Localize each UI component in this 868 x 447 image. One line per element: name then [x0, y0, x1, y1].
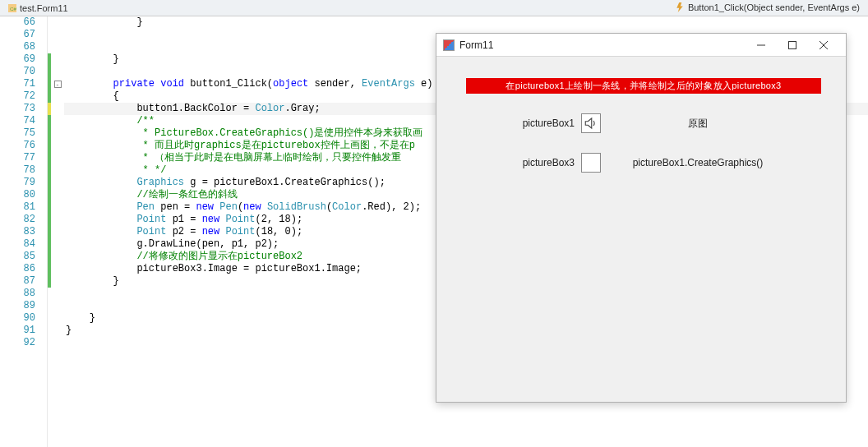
line-number: 92 [0, 337, 35, 349]
running-form-window[interactable]: Form11 在picturebox1上绘制一条线，并将绘制之后的对象放入pic… [436, 33, 847, 403]
line-number: 87 [0, 275, 35, 288]
picturebox3-label: pictureBox3 [507, 157, 575, 168]
line-number: 83 [0, 226, 35, 238]
document-tab[interactable]: C# test.Form11 [3, 2, 73, 15]
line-number-gutter: 6667686970717273747576777879808182838485… [0, 16, 48, 447]
method-selector-label: Button1_Click(Object sender, EventArgs e… [688, 2, 860, 12]
bolt-icon [675, 2, 685, 12]
line-number: 86 [0, 263, 35, 275]
line-number: 67 [0, 29, 35, 41]
document-tabs-bar: C# test.Form11 Button1_Click(Object send… [0, 0, 868, 16]
svg-text:C#: C# [10, 5, 16, 11]
picturebox3[interactable] [581, 153, 601, 173]
window-titlebar[interactable]: Form11 [436, 34, 846, 57]
line-number: 79 [0, 177, 35, 189]
fold-toggle[interactable]: - [54, 81, 62, 88]
line-number: 84 [0, 238, 35, 251]
line-number: 89 [0, 300, 35, 312]
picturebox1-row: pictureBox1 原图 [436, 113, 846, 133]
create-graphics-label: pictureBox1.CreateGraphics() [632, 157, 764, 168]
line-number: 71 [0, 78, 35, 90]
svg-rect-3 [789, 41, 796, 48]
line-number: 77 [0, 152, 35, 164]
line-number: 76 [0, 140, 35, 152]
line-number: 78 [0, 164, 35, 177]
close-button[interactable] [808, 35, 839, 55]
original-image-label: 原图 [632, 117, 764, 131]
line-number: 85 [0, 251, 35, 263]
line-number: 74 [0, 115, 35, 127]
close-icon [820, 41, 828, 49]
line-number: 91 [0, 325, 35, 337]
banner-button[interactable]: 在picturebox1上绘制一条线，并将绘制之后的对象放入picturebox… [466, 78, 821, 94]
line-number: 72 [0, 90, 35, 103]
maximize-icon [788, 41, 796, 49]
document-tab-label: test.Form11 [20, 3, 68, 13]
line-number: 69 [0, 53, 35, 66]
line-number: 81 [0, 201, 35, 214]
line-number: 88 [0, 288, 35, 300]
line-number: 68 [0, 41, 35, 53]
picturebox1-label: pictureBox1 [507, 118, 575, 129]
line-number: 75 [0, 127, 35, 140]
code-line[interactable]: } [64, 16, 868, 29]
minimize-button[interactable] [746, 35, 777, 55]
picturebox3-row: pictureBox3 pictureBox1.CreateGraphics() [436, 153, 846, 173]
speaker-icon [584, 116, 598, 131]
line-number: 82 [0, 214, 35, 226]
line-number: 73 [0, 103, 35, 115]
code-folding-column: - [51, 16, 64, 447]
minimize-icon [757, 41, 765, 49]
csharp-file-icon: C# [8, 4, 16, 12]
window-title: Form11 [459, 39, 746, 51]
method-selector[interactable]: Button1_Click(Object sender, EventArgs e… [675, 0, 860, 15]
app-icon [443, 39, 455, 51]
maximize-button[interactable] [777, 35, 808, 55]
line-number: 70 [0, 66, 35, 78]
line-number: 90 [0, 312, 35, 325]
line-number: 66 [0, 16, 35, 29]
picturebox1[interactable] [581, 113, 601, 133]
line-number: 80 [0, 189, 35, 201]
